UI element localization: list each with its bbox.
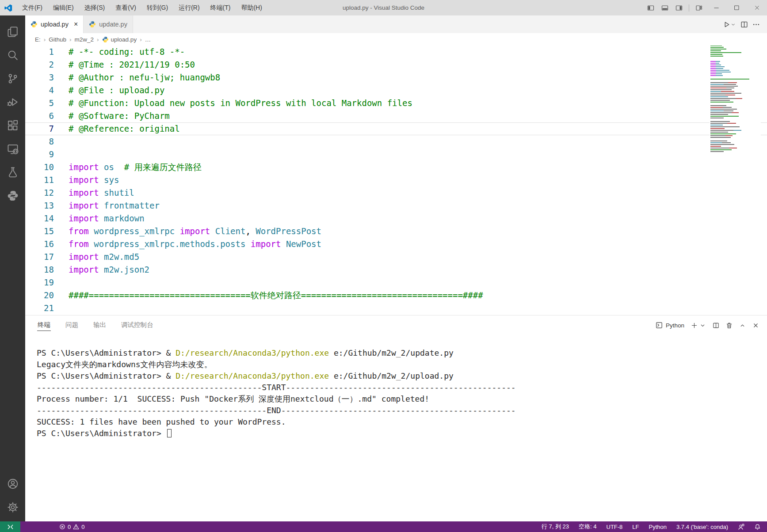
toggle-layout-sidebar-left-button[interactable] bbox=[644, 0, 658, 15]
activity-account[interactable] bbox=[0, 472, 25, 495]
code-line[interactable]: 5# @Function: Upload new posts in WordPr… bbox=[25, 97, 767, 110]
activity-python[interactable] bbox=[0, 184, 25, 207]
breadcrumb-item[interactable]: E: bbox=[35, 36, 41, 43]
problems-status[interactable]: 00 bbox=[59, 524, 84, 530]
code-line[interactable]: 11import sys bbox=[25, 174, 767, 186]
panel-trash-button[interactable] bbox=[726, 322, 733, 329]
status-cursor-position[interactable]: 行 7, 列 23 bbox=[542, 523, 569, 531]
code-line[interactable]: 3# @Author : nefu-ljw; huangwb8 bbox=[25, 71, 767, 84]
code-line[interactable]: 8 bbox=[25, 135, 767, 148]
code-text: import markdown bbox=[69, 212, 145, 225]
terminal-line: SUCCESS: 1 files have been pushed to you… bbox=[37, 416, 767, 428]
menu-run[interactable]: 运行(R) bbox=[173, 0, 205, 15]
status-feedback[interactable] bbox=[738, 524, 744, 530]
breadcrumb-item[interactable]: upload.py bbox=[102, 36, 137, 43]
activity-extensions[interactable] bbox=[0, 114, 25, 137]
code-line[interactable]: 17import m2w.md5 bbox=[25, 251, 767, 263]
breadcrumb-item[interactable]: … bbox=[145, 36, 151, 43]
activity-remote-explorer[interactable] bbox=[0, 137, 25, 160]
panel-chevron-up-button[interactable] bbox=[739, 322, 746, 329]
activity-testing[interactable] bbox=[0, 160, 25, 184]
status-language[interactable]: Python bbox=[649, 524, 667, 530]
panel-tab-terminal[interactable]: 终端 bbox=[37, 319, 51, 331]
activity-source-control[interactable] bbox=[0, 67, 25, 90]
panel-tab-output[interactable]: 输出 bbox=[93, 319, 107, 331]
code-line[interactable]: 9 bbox=[25, 148, 767, 161]
code-line[interactable]: 15from wordpress_xmlrpc import Client, W… bbox=[25, 225, 767, 238]
more-actions-button[interactable] bbox=[752, 21, 760, 28]
code-line[interactable]: 12import shutil bbox=[25, 186, 767, 199]
toggle-layout-sidebar-right-button[interactable] bbox=[672, 0, 686, 15]
code-line[interactable]: 1# -*- coding: utf-8 -*- bbox=[25, 46, 767, 58]
code-line[interactable]: 6# @Software: PyCharm bbox=[25, 110, 767, 122]
code-line[interactable]: 4# @File : upload.py bbox=[25, 84, 767, 97]
status-interpreter[interactable]: 3.7.4 ('base': conda) bbox=[676, 524, 728, 530]
remote-indicator[interactable] bbox=[0, 521, 20, 532]
panel-split-editor-button[interactable] bbox=[713, 322, 719, 329]
menu-selection[interactable]: 选择(S) bbox=[79, 0, 111, 15]
code-text: # @Author : nefu-ljw; huangwb8 bbox=[69, 71, 220, 84]
terminal-output[interactable]: PS C:\Users\Administrator> & D:/research… bbox=[25, 335, 767, 439]
status-notifications[interactable] bbox=[754, 524, 761, 530]
minimize-button[interactable] bbox=[706, 0, 726, 15]
customize-layout-button[interactable] bbox=[692, 0, 706, 15]
status-indentation[interactable]: 空格: 4 bbox=[579, 523, 596, 531]
tab-update-py[interactable]: update.py bbox=[84, 15, 133, 33]
toggle-layout-panel-button[interactable] bbox=[658, 0, 672, 15]
chevron-down-button[interactable] bbox=[699, 322, 706, 329]
menu-file[interactable]: 文件(F) bbox=[17, 0, 48, 15]
code-line[interactable]: 10import os # 用来遍历文件路径 bbox=[25, 161, 767, 174]
split-editor-icon bbox=[740, 21, 748, 28]
panel-close-button[interactable] bbox=[752, 322, 759, 329]
terminal-line: Process number: 1/1 SUCCESS: Push "Docke… bbox=[37, 393, 767, 405]
search-icon bbox=[7, 49, 19, 61]
terminal-shell-selector[interactable]: Python bbox=[656, 322, 684, 329]
maximize-button[interactable] bbox=[726, 0, 747, 15]
menu-edit[interactable]: 编辑(E) bbox=[48, 0, 79, 15]
minimap-row bbox=[710, 149, 760, 150]
close-button[interactable] bbox=[747, 0, 767, 15]
activity-search[interactable] bbox=[0, 43, 25, 67]
run-file-button[interactable] bbox=[723, 21, 736, 28]
minimap-row bbox=[710, 114, 760, 115]
activity-settings[interactable] bbox=[0, 495, 25, 519]
status-encoding[interactable]: UTF-8 bbox=[607, 524, 623, 530]
code-line[interactable]: 20####================================软件… bbox=[25, 289, 767, 302]
menu-help[interactable]: 帮助(H) bbox=[236, 0, 267, 15]
code-line[interactable]: 16from wordpress_xmlrpc.methods.posts im… bbox=[25, 238, 767, 251]
code-line[interactable]: 21 bbox=[25, 302, 767, 315]
code-line[interactable]: 13import frontmatter bbox=[25, 199, 767, 212]
breadcrumb-item[interactable]: m2w_2 bbox=[75, 36, 94, 43]
status-eol[interactable]: LF bbox=[632, 524, 639, 530]
panel-tab-debug-console[interactable]: 调试控制台 bbox=[121, 319, 154, 331]
minimap-row bbox=[710, 52, 760, 53]
minimap-row bbox=[710, 93, 760, 94]
code-editor[interactable]: 1# -*- coding: utf-8 -*-2# @Time : 2021/… bbox=[25, 46, 767, 315]
layout-sidebar-right-icon bbox=[675, 4, 683, 11]
breadcrumb-separator-icon: › bbox=[69, 36, 72, 43]
menu-goto[interactable]: 转到(G) bbox=[141, 0, 173, 15]
code-line[interactable]: 7# @Reference: original bbox=[25, 122, 767, 135]
tab-upload-py[interactable]: upload.py× bbox=[25, 15, 84, 33]
menu-terminal[interactable]: 终端(T) bbox=[205, 0, 236, 15]
code-line[interactable]: 19 bbox=[25, 276, 767, 289]
minimap-row bbox=[710, 77, 760, 78]
minimap-row bbox=[710, 98, 760, 99]
panel-tab-problems[interactable]: 问题 bbox=[65, 319, 79, 331]
error-icon bbox=[59, 524, 65, 530]
code-line[interactable]: 2# @Time : 2021/11/19 0:50 bbox=[25, 58, 767, 71]
plus-button[interactable] bbox=[691, 322, 698, 329]
activity-explorer[interactable] bbox=[0, 20, 25, 43]
breadcrumb-item[interactable]: Github bbox=[49, 36, 66, 43]
code-text: ####================================软件绝对… bbox=[69, 289, 483, 302]
activity-run-debug[interactable] bbox=[0, 90, 25, 114]
code-line[interactable]: 18import m2w.json2 bbox=[25, 263, 767, 276]
close-icon bbox=[752, 322, 759, 329]
line-number: 16 bbox=[25, 238, 69, 251]
editor-actions bbox=[723, 15, 767, 33]
menu-view[interactable]: 查看(V) bbox=[110, 0, 141, 15]
close-tab-icon[interactable]: × bbox=[74, 21, 78, 28]
split-editor-button[interactable] bbox=[740, 21, 748, 28]
code-line[interactable]: 14import markdown bbox=[25, 212, 767, 225]
minimap[interactable] bbox=[710, 44, 761, 154]
